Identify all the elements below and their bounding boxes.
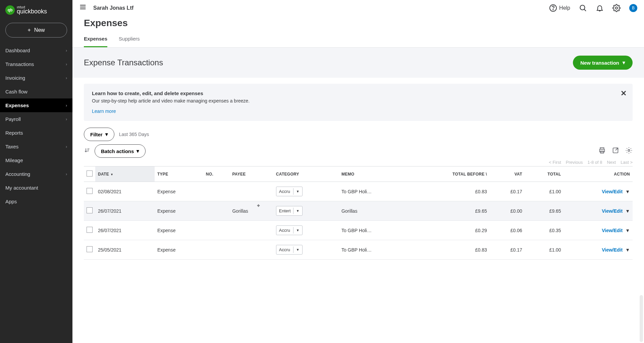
select-all-checkbox[interactable] (87, 170, 93, 177)
table-row[interactable]: 25/05/2021ExpenseAccru▼To GBP Holi…£0.83… (84, 240, 633, 260)
view-edit-button[interactable]: View/Edit ▼ (602, 189, 630, 194)
sidebar-item-cash-flow[interactable]: Cash flow (0, 85, 72, 98)
sidebar-item-mileage[interactable]: Mileage (0, 153, 72, 167)
sidebar-item-apps[interactable]: Apps (0, 195, 72, 208)
pager-last[interactable]: Last > (621, 160, 633, 165)
col-memo[interactable]: MEMO (339, 166, 408, 182)
col-payee[interactable]: PAYEE (229, 166, 273, 182)
col-action[interactable]: ACTION (564, 166, 633, 182)
sidebar-item-label: Invoicing (5, 75, 25, 81)
sidebar-item-label: Apps (5, 199, 17, 204)
learn-more-link[interactable]: Learn more (92, 109, 116, 114)
sort-caret-icon: ▼ (110, 173, 113, 176)
pager-first[interactable]: < First (549, 160, 561, 165)
col-type[interactable]: TYPE (155, 166, 203, 182)
view-edit-button[interactable]: View/Edit ▼ (602, 208, 630, 214)
sidebar-item-dashboard[interactable]: Dashboard› (0, 44, 72, 57)
new-transaction-button[interactable]: New transaction ▾ (573, 56, 633, 70)
cell-action: View/Edit ▼ (564, 182, 633, 201)
caret-down-icon[interactable]: ▼ (293, 227, 302, 233)
info-heading: Learn how to create, edit, and delete ex… (92, 90, 625, 96)
caret-down-icon: ▾ (623, 60, 625, 66)
avatar[interactable]: B (629, 4, 637, 12)
table-row[interactable]: 26/07/2021ExpenseGorillas⌖Entert▼Gorilla… (84, 201, 633, 221)
sidebar-item-payroll[interactable]: Payroll› (0, 112, 72, 126)
tab-suppliers[interactable]: Suppliers (119, 32, 140, 47)
company-name[interactable]: Sarah Jonas Ltf (93, 5, 133, 11)
caret-down-icon: ▼ (625, 247, 630, 253)
export-icon[interactable] (612, 147, 619, 155)
col-total-before[interactable]: TOTAL BEFORE \ (408, 166, 489, 182)
sidebar: qb ıntuıt quickbooks + New Dashboard›Tra… (0, 0, 72, 343)
cell-date: 26/07/2021 (95, 201, 155, 221)
close-icon[interactable]: ✕ (621, 89, 627, 98)
view-edit-button[interactable]: View/Edit ▼ (602, 247, 630, 253)
cell-vat: £0.17 (490, 182, 525, 201)
new-button-label: New (34, 27, 45, 33)
col-total[interactable]: TOTAL (525, 166, 564, 182)
caret-down-icon[interactable]: ▼ (293, 188, 302, 195)
col-category[interactable]: CATEGORY (273, 166, 339, 182)
svg-line-16 (615, 148, 618, 150)
cell-memo: Gorillas (339, 201, 408, 221)
sidebar-item-my-accountant[interactable]: My accountant (0, 181, 72, 195)
category-dropdown[interactable]: Entert▼ (276, 206, 303, 216)
view-edit-button[interactable]: View/Edit ▼ (602, 228, 630, 233)
cell-date: 02/08/2021 (95, 182, 155, 201)
cell-total-before: £0.83 (408, 240, 489, 260)
help-button[interactable]: Help (549, 4, 570, 12)
print-icon[interactable] (598, 147, 606, 155)
caret-down-icon[interactable]: ▼ (293, 247, 302, 253)
cell-total: £1.00 (525, 182, 564, 201)
svg-line-6 (584, 9, 586, 11)
row-checkbox[interactable] (87, 246, 93, 252)
row-checkbox[interactable] (87, 227, 93, 233)
tab-expenses[interactable]: Expenses (84, 32, 107, 47)
logo: qb ıntuıt quickbooks (0, 0, 72, 20)
category-dropdown[interactable]: Accru▼ (276, 245, 303, 255)
nav: Dashboard›Transactions›Invoicing›Cash fl… (0, 44, 72, 208)
scrollbar-thumb[interactable] (640, 295, 643, 342)
sidebar-item-transactions[interactable]: Transactions› (0, 57, 72, 71)
category-value: Accru (276, 245, 293, 254)
cell-memo: To GBP Holi… (339, 221, 408, 240)
cell-no (203, 201, 230, 221)
cursor-icon: ⌖ (257, 203, 260, 209)
col-vat[interactable]: VAT (490, 166, 525, 182)
sidebar-item-invoicing[interactable]: Invoicing› (0, 71, 72, 85)
new-button[interactable]: + New (5, 23, 67, 38)
table-row[interactable]: 02/08/2021ExpenseAccru▼To GBP Holi…£0.83… (84, 182, 633, 201)
chevron-right-icon: › (66, 144, 67, 149)
menu-toggle-icon[interactable] (79, 3, 87, 12)
table-row[interactable]: 26/07/2021ExpenseAccru▼To GBP Holi…£0.29… (84, 221, 633, 240)
notifications-icon[interactable] (596, 4, 604, 12)
pager-prev[interactable]: Previous (566, 160, 583, 165)
svg-point-5 (580, 5, 585, 10)
table-settings-gear-icon[interactable] (625, 147, 633, 155)
sidebar-item-reports[interactable]: Reports (0, 126, 72, 140)
caret-down-icon[interactable]: ▼ (293, 208, 302, 214)
col-date[interactable]: DATE▼ (95, 166, 155, 182)
sidebar-item-accounting[interactable]: Accounting› (0, 167, 72, 181)
settings-gear-icon[interactable] (612, 4, 621, 12)
pager-next[interactable]: Next (607, 160, 616, 165)
cell-date: 26/07/2021 (95, 221, 155, 240)
sidebar-item-label: Accounting (5, 171, 30, 177)
cell-no (203, 182, 230, 201)
filter-button[interactable]: Filter ▾ (84, 128, 114, 141)
section-header: Expense Transactions New transaction ▾ (72, 48, 644, 78)
sidebar-item-expenses[interactable]: Expenses› (0, 98, 72, 112)
batch-actions-button[interactable]: Batch actions ▾ (95, 144, 146, 158)
quickbooks-label: quickbooks (17, 9, 47, 14)
sidebar-item-taxes[interactable]: Taxes› (0, 140, 72, 153)
col-no[interactable]: NO. (203, 166, 230, 182)
sort-desc-icon[interactable] (84, 147, 90, 155)
svg-point-4 (553, 9, 553, 10)
chevron-right-icon: › (66, 172, 67, 177)
row-checkbox[interactable] (87, 188, 93, 194)
category-dropdown[interactable]: Accru▼ (276, 187, 303, 196)
cell-category: Accru▼ (273, 240, 339, 260)
search-icon[interactable] (579, 4, 587, 12)
category-dropdown[interactable]: Accru▼ (276, 225, 303, 235)
row-checkbox[interactable] (87, 207, 93, 213)
